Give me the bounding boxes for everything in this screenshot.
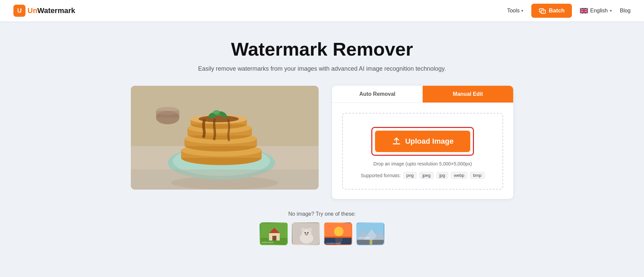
formats-row: Supported formats: png jpeg jpg webp bmp (361, 172, 484, 179)
format-jpeg: jpeg (419, 172, 434, 179)
batch-icon (539, 7, 546, 14)
formats-label: Supported formats: (361, 173, 400, 178)
tabs: Auto Removal Manual Edit (332, 86, 513, 103)
tab-auto-removal[interactable]: Auto Removal (332, 86, 423, 102)
svg-rect-35 (272, 236, 276, 240)
upload-panel: Auto Removal Manual Edit Upload Image (332, 86, 513, 199)
sample-label: No image? Try one of these: (288, 211, 356, 217)
logo[interactable]: U UnWatermark (13, 5, 75, 17)
svg-point-28 (156, 107, 179, 115)
tools-menu[interactable]: Tools ▾ (507, 8, 523, 14)
svg-rect-56 (370, 240, 372, 245)
main-content: Watermark Remover Easily remove watermar… (0, 21, 644, 259)
language-label: English (590, 8, 607, 14)
upload-icon (392, 137, 401, 146)
sample-thumb-1[interactable]: watermark (260, 222, 288, 245)
upload-area: Upload Image Drop an image (upto resolut… (332, 103, 513, 199)
drop-hint: Drop an image (upto resolution 5,000×5,0… (373, 161, 472, 166)
svg-point-43 (307, 232, 309, 233)
format-jpg: jpg (436, 172, 448, 179)
nav-right: Tools ▾ Batch English ▾ Blog (507, 4, 631, 18)
demo-image-container (131, 86, 319, 190)
tools-label: Tools (507, 8, 520, 14)
svg-rect-30 (393, 143, 400, 144)
logo-text: UnWatermark (28, 6, 75, 15)
svg-text:watermark: watermark (358, 236, 370, 239)
tab-manual-edit[interactable]: Manual Edit (423, 86, 513, 102)
svg-point-21 (199, 116, 239, 122)
upload-button[interactable]: Upload Image (375, 131, 470, 152)
svg-text:unwatermark: unwatermark (326, 242, 341, 245)
language-chevron-icon: ▾ (610, 8, 612, 13)
svg-point-47 (334, 227, 343, 236)
svg-rect-1 (541, 10, 545, 13)
svg-point-41 (308, 228, 312, 232)
page-title: Watermark Remover (231, 38, 413, 60)
svg-point-42 (305, 232, 306, 233)
batch-button[interactable]: Batch (531, 4, 572, 18)
upload-button-highlight: Upload Image (371, 127, 474, 156)
sample-images: watermark (260, 222, 384, 245)
flag-icon (580, 8, 588, 13)
format-png: png (404, 172, 417, 179)
upload-button-label: Upload Image (405, 137, 453, 146)
format-webp: webp (451, 172, 467, 179)
language-selector[interactable]: English ▾ (580, 8, 611, 14)
blog-link[interactable]: Blog (620, 8, 631, 14)
sample-thumb-3[interactable]: unwatermark (324, 222, 352, 245)
drop-zone[interactable]: Upload Image Drop an image (upto resolut… (342, 113, 503, 190)
content-row: Auto Removal Manual Edit Upload Image (121, 86, 523, 199)
svg-rect-29 (131, 169, 319, 190)
logo-watermark: Watermark (37, 6, 75, 15)
page-subtitle: Easily remove watermarks from your image… (198, 65, 446, 72)
logo-icon: U (13, 5, 25, 17)
svg-text:watermark: watermark (261, 241, 273, 244)
batch-label: Batch (549, 7, 565, 14)
demo-image (131, 86, 319, 190)
svg-point-40 (301, 228, 305, 232)
sample-thumb-2[interactable] (292, 222, 320, 245)
logo-un: Un (28, 6, 37, 15)
format-bmp: bmp (470, 172, 484, 179)
navbar: U UnWatermark Tools ▾ Batch (0, 0, 644, 21)
sample-thumb-4[interactable]: watermark (356, 222, 384, 245)
tools-chevron-icon: ▾ (521, 8, 523, 13)
sample-section: No image? Try one of these: watermark (260, 211, 384, 245)
svg-point-44 (305, 233, 308, 235)
